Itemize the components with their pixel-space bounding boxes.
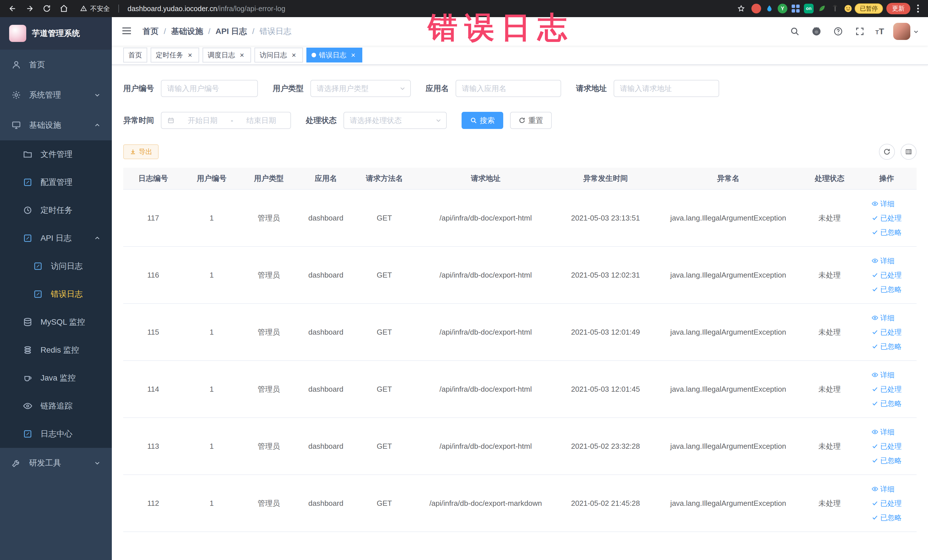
sidebar-item-home[interactable]: 首页 — [0, 50, 112, 80]
close-icon[interactable]: × — [290, 51, 298, 59]
check-icon — [872, 386, 878, 392]
sidebar-item-log-center[interactable]: 日志中心 — [0, 420, 112, 448]
reset-button[interactable]: 重置 — [510, 112, 552, 129]
avatar — [893, 23, 910, 40]
extension-on-icon[interactable]: on — [804, 4, 814, 14]
user-type-select[interactable] — [310, 80, 411, 97]
start-date-placeholder: 开始日期 — [179, 116, 226, 125]
ignore-link[interactable]: 已忽略 — [872, 340, 902, 353]
sidebar-item-java[interactable]: Java 监控 — [0, 364, 112, 392]
sidebar-item-error-log[interactable]: 错误日志 — [0, 280, 112, 308]
tab-job-log[interactable]: 调度日志× — [203, 48, 251, 63]
search-button[interactable]: 搜索 — [462, 112, 503, 129]
app-name-input[interactable] — [456, 80, 561, 97]
column-header: 处理状态 — [803, 168, 857, 189]
process-status-select[interactable] — [343, 112, 447, 129]
fullscreen-icon[interactable] — [853, 25, 866, 38]
sidebar-item-mysql[interactable]: MySQL 监控 — [0, 308, 112, 336]
search-icon[interactable] — [789, 25, 801, 38]
font-size-icon[interactable]: TT — [875, 27, 884, 36]
refresh-icon — [883, 148, 891, 156]
processed-link[interactable]: 已处理 — [872, 439, 902, 453]
wrench-icon — [11, 458, 21, 468]
paused-extension[interactable]: 已暂停 — [843, 3, 883, 14]
sidebar-item-api-log[interactable]: API 日志 — [0, 224, 112, 252]
security-chip[interactable]: 不安全 — [80, 4, 110, 13]
github-icon[interactable] — [810, 25, 823, 38]
detail-link[interactable]: 详细 — [872, 197, 894, 210]
sidebar-item-access-log[interactable]: 访问日志 — [0, 252, 112, 280]
extension-grid-icon[interactable] — [791, 4, 800, 14]
request-url-input[interactable] — [614, 80, 719, 97]
update-button[interactable]: 更新 — [886, 3, 910, 14]
ignore-link[interactable]: 已忽略 — [872, 454, 902, 467]
table-header-row: 日志编号 用户编号 用户类型 应用名 请求方法名 请求地址 异常发生时间 异常名… — [123, 168, 917, 189]
processed-link[interactable]: 已处理 — [872, 269, 902, 282]
column-settings-button[interactable] — [901, 144, 917, 160]
breadcrumb-home[interactable]: 首页 — [143, 26, 159, 37]
close-icon[interactable]: × — [186, 51, 194, 59]
user-menu[interactable] — [893, 23, 919, 40]
tab-error-log[interactable]: 错误日志× — [307, 48, 362, 63]
check-icon — [872, 514, 878, 521]
chevron-down-icon — [94, 460, 101, 466]
reload-icon[interactable] — [40, 2, 53, 15]
refresh-table-button[interactable] — [879, 144, 895, 160]
processed-link[interactable]: 已处理 — [872, 383, 902, 396]
sidebar-item-file[interactable]: 文件管理 — [0, 140, 112, 168]
processed-link[interactable]: 已处理 — [872, 211, 902, 224]
forward-icon[interactable] — [23, 2, 37, 15]
browser-menu-icon[interactable] — [914, 5, 922, 12]
hamburger-icon[interactable] — [121, 25, 133, 38]
ignore-link[interactable]: 已忽略 — [872, 226, 902, 239]
breadcrumb-api-log[interactable]: API 日志 — [216, 26, 247, 37]
detail-link[interactable]: 详细 — [872, 311, 894, 324]
extension-y-icon[interactable]: Y — [778, 4, 788, 14]
user-id-input[interactable] — [161, 80, 258, 97]
sidebar-item-config[interactable]: 配置管理 — [0, 168, 112, 196]
extension-red-icon[interactable] — [751, 4, 761, 14]
error-log-table: 日志编号 用户编号 用户类型 应用名 请求方法名 请求地址 异常发生时间 异常名… — [123, 168, 917, 532]
bookmark-star-icon[interactable] — [734, 2, 748, 15]
sidebar-item-trace[interactable]: 链路追踪 — [0, 392, 112, 420]
url-bar[interactable]: dashboard.yudao.iocoder.cn/infra/log/api… — [128, 5, 285, 13]
ignore-link[interactable]: 已忽略 — [872, 397, 902, 410]
app-name-label: 应用名 — [426, 83, 449, 93]
table-row: 113 1 管理员 dashboard GET /api/infra/db-do… — [123, 418, 917, 475]
detail-link[interactable]: 详细 — [872, 254, 894, 267]
sidebar: 芋道管理系统 首页 系统管理 基础设施 文件管理 — [0, 17, 112, 560]
ignore-link[interactable]: 已忽略 — [872, 283, 902, 296]
check-icon — [872, 400, 878, 407]
sidebar-item-redis[interactable]: Redis 监控 — [0, 336, 112, 364]
edit-square-icon — [23, 429, 32, 439]
extension-drop-icon[interactable] — [765, 4, 774, 14]
sidebar-item-dev-tools[interactable]: 研发工具 — [0, 448, 112, 478]
sidebar-item-system[interactable]: 系统管理 — [0, 80, 112, 110]
date-range-picker[interactable]: 开始日期 - 结束日期 — [161, 112, 291, 129]
processed-link[interactable]: 已处理 — [872, 497, 902, 510]
back-icon[interactable] — [6, 2, 20, 15]
sidebar-item-job[interactable]: 定时任务 — [0, 196, 112, 224]
close-icon[interactable]: × — [349, 51, 357, 59]
detail-link[interactable]: 详细 — [872, 425, 894, 438]
tab-job[interactable]: 定时任务× — [151, 48, 199, 63]
url-path: /infra/log/api-error-log — [217, 5, 285, 12]
close-icon[interactable]: × — [238, 51, 246, 59]
breadcrumb-infra[interactable]: 基础设施 — [171, 26, 203, 37]
processed-link[interactable]: 已处理 — [872, 325, 902, 339]
sidebar-logo[interactable]: 芋道管理系统 — [0, 17, 112, 50]
tab-home[interactable]: 首页 — [123, 48, 147, 63]
detail-link[interactable]: 详细 — [872, 482, 894, 496]
extension-leaf-icon[interactable] — [817, 4, 827, 14]
extension-axe-icon[interactable] — [830, 4, 840, 14]
app-root: 不安全 dashboard.yudao.iocoder.cn/infra/log… — [0, 0, 928, 560]
url-host: dashboard.yudao.iocoder.cn — [128, 5, 217, 12]
ignore-link[interactable]: 已忽略 — [872, 511, 902, 524]
help-icon[interactable] — [832, 25, 844, 38]
tab-access-log[interactable]: 访问日志× — [255, 48, 303, 63]
home-icon[interactable] — [57, 2, 71, 15]
export-button[interactable]: 导出 — [123, 144, 159, 159]
gear-icon — [11, 90, 21, 100]
sidebar-item-infra[interactable]: 基础设施 — [0, 110, 112, 140]
detail-link[interactable]: 详细 — [872, 368, 894, 381]
